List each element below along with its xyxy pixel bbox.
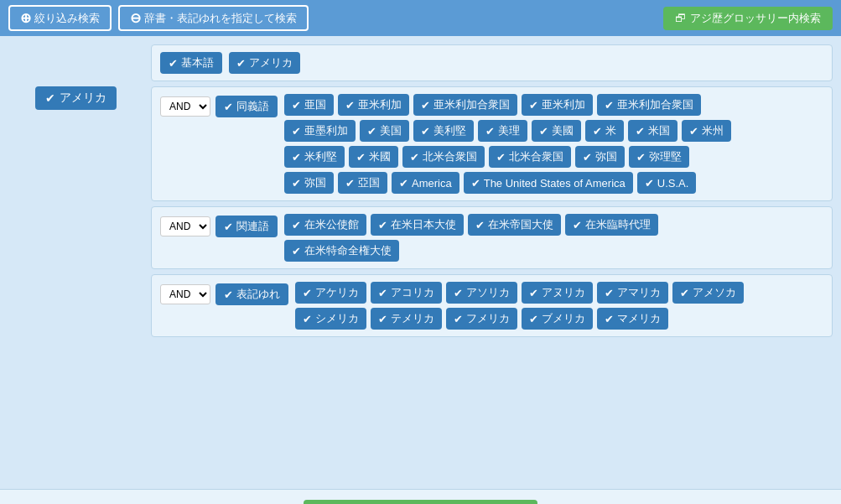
check-icon: ✔	[485, 125, 495, 138]
check-icon: ✔	[636, 151, 646, 164]
check-icon: ✔	[471, 177, 480, 190]
variants-label[interactable]: ✔ 表記ゆれ	[215, 283, 288, 305]
synonyms-row1: ✔亜国 ✔亜米利加 ✔亜米利加合衆国 ✔亜米利加 ✔亜米利加合衆国	[284, 94, 823, 116]
variants-label-text: 表記ゆれ	[236, 287, 280, 302]
check-icon: ✔	[292, 219, 301, 231]
tag-美国[interactable]: ✔美国	[360, 120, 409, 142]
tag-the-united-states[interactable]: ✔The United States of America	[464, 172, 633, 194]
tag-アメソカ[interactable]: ✔アメソカ	[672, 282, 744, 304]
check-icon: ✔	[345, 99, 355, 112]
tag-弥国[interactable]: ✔弥国	[575, 146, 625, 168]
check-icon: ✔	[454, 313, 463, 325]
related-tags: ✔在米公使館 ✔在米日本大使 ✔在米帝国大使 ✔在米臨時代理 ✔在米特命全権大使	[284, 214, 823, 262]
check-icon: ✔	[689, 125, 698, 138]
related-row2: ✔在米特命全権大使	[284, 240, 823, 262]
tag-米国[interactable]: ✔米国	[628, 120, 677, 142]
filter-button[interactable]: ⊕ 絞り込み検索	[8, 5, 112, 31]
tag-アマリカ[interactable]: ✔アマリカ	[597, 282, 668, 304]
tag-亜国[interactable]: ✔亜国	[284, 94, 334, 116]
tag-在米臨時代理[interactable]: ✔在米臨時代理	[565, 214, 658, 236]
plus-icon: ⊕	[20, 10, 31, 26]
tag-アケリカ[interactable]: ✔アケリカ	[295, 282, 366, 304]
check-icon: ✔	[454, 287, 463, 299]
top-bar: ⊕ 絞り込み検索 ⊖ 辞書・表記ゆれを指定して検索 🗗 アジ歴グロッサリー内検索	[0, 0, 841, 36]
check-icon: ✔	[636, 125, 645, 138]
check-icon: ✔	[605, 313, 614, 325]
tag-米[interactable]: ✔米	[585, 120, 624, 142]
check-icon: ✔	[573, 219, 582, 231]
tag-テメリカ[interactable]: ✔テメリカ	[371, 308, 442, 330]
tag-america[interactable]: ✔America	[392, 172, 459, 194]
check-icon: ✔	[475, 219, 485, 231]
dictionary-button-label: 辞書・表記ゆれを指定して検索	[144, 11, 297, 26]
tag-米利堅[interactable]: ✔米利堅	[284, 146, 345, 168]
related-row-inner: AND OR ✔ 関連語 ✔在米公使館 ✔在米日本大使 ✔在米帝国大使 ✔在米臨…	[160, 214, 823, 262]
tag-亜墨利加[interactable]: ✔亜墨利加	[284, 120, 356, 142]
tag-米國[interactable]: ✔米國	[349, 146, 398, 168]
tag-亜米利加2[interactable]: ✔亜米利加	[522, 94, 593, 116]
tag-ブメリカ[interactable]: ✔ブメリカ	[522, 308, 593, 330]
check-icon: ✔	[356, 151, 366, 164]
variants-row2: ✔シメリカ ✔テメリカ ✔フメリカ ✔ブメリカ ✔マメリカ	[295, 308, 823, 330]
check-icon: ✔	[224, 288, 233, 301]
tag-米州[interactable]: ✔米州	[682, 120, 731, 142]
tag-フメリカ[interactable]: ✔フメリカ	[446, 308, 517, 330]
tag-label: アメリカ	[249, 55, 293, 70]
main-content: ✔ アメリカ ✔ 基本語 ✔ アメリカ AND	[0, 36, 841, 489]
basic-section: ✔ 基本語 ✔ アメリカ	[151, 44, 833, 81]
check-icon: ✔	[529, 287, 538, 299]
glossary-button[interactable]: 🗗 アジ歴グロッサリー内検索	[663, 7, 833, 30]
synonyms-tags: ✔亜国 ✔亜米利加 ✔亜米利加合衆国 ✔亜米利加 ✔亜米利加合衆国 ✔亜墨利加 …	[284, 94, 823, 194]
check-icon: ✔	[303, 287, 312, 299]
check-icon: ✔	[378, 287, 387, 299]
tag-亜米利加合衆国2[interactable]: ✔亜米利加合衆国	[597, 94, 701, 116]
tag-弥理堅[interactable]: ✔弥理堅	[629, 146, 689, 168]
check-icon: ✔	[367, 125, 376, 138]
check-icon: ✔	[292, 99, 301, 112]
tag-usa[interactable]: ✔U.S.A.	[637, 172, 697, 194]
tag-在米公使館[interactable]: ✔在米公使館	[284, 214, 366, 236]
tag-アヌリカ[interactable]: ✔アヌリカ	[522, 282, 593, 304]
variants-row-inner: AND OR ✔ 表記ゆれ ✔アケリカ ✔アコリカ ✔アソリカ ✔アヌリカ ✔ア…	[160, 282, 823, 330]
check-icon: ✔	[605, 99, 614, 112]
tag-マメリカ[interactable]: ✔マメリカ	[597, 308, 668, 330]
basic-label[interactable]: ✔ 基本語	[160, 52, 222, 74]
tag-美利堅[interactable]: ✔美利堅	[413, 120, 474, 142]
check-icon: ✔	[378, 313, 387, 325]
related-label[interactable]: ✔ 関連語	[215, 216, 278, 237]
tag-亞国[interactable]: ✔亞国	[338, 172, 387, 194]
synonyms-label[interactable]: ✔ 同義語	[215, 96, 278, 117]
glossary-button-label: アジ歴グロッサリー内検索	[690, 11, 821, 26]
check-icon: ✔	[292, 177, 301, 190]
check-icon: ✔	[529, 313, 538, 325]
related-row1: ✔在米公使館 ✔在米日本大使 ✔在米帝国大使 ✔在米臨時代理	[284, 214, 823, 236]
tag-亜米利加合衆国[interactable]: ✔亜米利加合衆国	[413, 94, 517, 116]
related-and-select[interactable]: AND OR	[160, 216, 210, 236]
tag-america[interactable]: ✔ アメリカ	[229, 52, 300, 74]
tag-シメリカ[interactable]: ✔シメリカ	[295, 308, 366, 330]
right-panel: ✔ 基本語 ✔ アメリカ AND OR ✔	[151, 36, 841, 489]
tag-美國[interactable]: ✔美國	[532, 120, 581, 142]
tag-北米合衆国[interactable]: ✔北米合衆国	[402, 146, 485, 168]
variants-and-select[interactable]: AND OR	[160, 284, 210, 304]
bottom-bar: 🔍 選択した辞書・表記ゆれで検索	[0, 489, 841, 504]
tag-亜米利加[interactable]: ✔亜米利加	[338, 94, 409, 116]
tag-在米帝国大使[interactable]: ✔在米帝国大使	[468, 214, 561, 236]
tag-アソリカ[interactable]: ✔アソリカ	[446, 282, 517, 304]
tag-在米日本大使[interactable]: ✔在米日本大使	[371, 214, 464, 236]
tag-美理[interactable]: ✔美理	[478, 120, 527, 142]
synonyms-row3: ✔米利堅 ✔米國 ✔北米合衆国 ✔北米合衆国 ✔弥国 ✔弥理堅	[284, 146, 823, 168]
dictionary-button[interactable]: ⊖ 辞書・表記ゆれを指定して検索	[118, 5, 309, 31]
check-icon: ✔	[236, 57, 246, 70]
tag-北米合衆国2[interactable]: ✔北米合衆国	[489, 146, 571, 168]
tag-在米特命全権大使[interactable]: ✔在米特命全権大使	[284, 240, 399, 262]
search-main-button[interactable]: 🔍 選択した辞書・表記ゆれで検索	[304, 500, 537, 504]
main-term-tag[interactable]: ✔ アメリカ	[35, 86, 117, 110]
synonyms-and-select[interactable]: AND OR	[160, 96, 210, 117]
tag-アコリカ[interactable]: ✔アコリカ	[371, 282, 442, 304]
tag-弥国2[interactable]: ✔弥国	[284, 172, 334, 194]
check-icon: ✔	[529, 99, 538, 112]
check-icon: ✔	[496, 151, 506, 164]
check-icon: ✔	[169, 57, 178, 70]
variants-controls: AND OR ✔ 表記ゆれ	[160, 282, 288, 305]
